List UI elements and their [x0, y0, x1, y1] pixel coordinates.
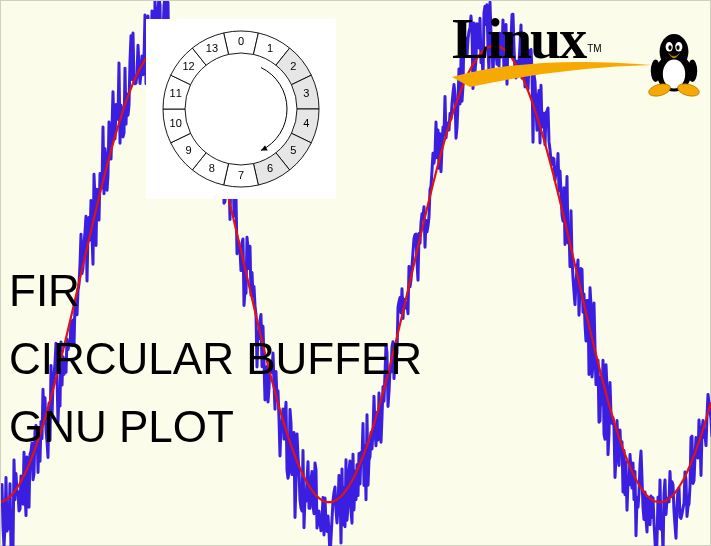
buffer-slot-label: 13: [206, 42, 218, 54]
caption-circular-buffer: CIRCULAR BUFFER: [9, 325, 422, 393]
linux-swoosh: [452, 59, 652, 89]
svg-point-10: [688, 60, 698, 82]
buffer-slot-label: 10: [170, 117, 182, 129]
svg-point-6: [676, 45, 679, 50]
buffer-slot-label: 4: [303, 117, 309, 129]
buffer-slot-label: 3: [303, 87, 309, 99]
caption-fir: FIR: [9, 257, 422, 325]
svg-point-5: [668, 45, 671, 50]
buffer-slot-label: 12: [182, 60, 194, 72]
buffer-slot-label: 0: [238, 35, 244, 47]
buffer-slot-label: 11: [170, 87, 182, 99]
circular-buffer-diagram: 012345678910111213: [146, 19, 336, 199]
buffer-slot-label: 9: [186, 144, 192, 156]
trademark-symbol: TM: [587, 43, 601, 54]
buffer-slot-label: 6: [267, 162, 273, 174]
linux-logo: LinuxTM: [452, 11, 702, 151]
tux-icon: [646, 17, 702, 107]
buffer-arrow-arc: [261, 68, 287, 151]
caption-block: FIR CIRCULAR BUFFER GNU PLOT: [9, 257, 422, 462]
caption-gnu-plot: GNU PLOT: [9, 393, 422, 461]
svg-point-9: [651, 60, 661, 82]
buffer-slot-label: 2: [290, 60, 296, 72]
buffer-arrow-head: [261, 145, 268, 150]
buffer-slot-label: 5: [290, 144, 296, 156]
buffer-slot-label: 1: [267, 42, 273, 54]
stage: 012345678910111213 LinuxTM: [0, 0, 711, 546]
buffer-slot-label: 7: [238, 169, 244, 181]
buffer-slot-label: 8: [209, 162, 215, 174]
